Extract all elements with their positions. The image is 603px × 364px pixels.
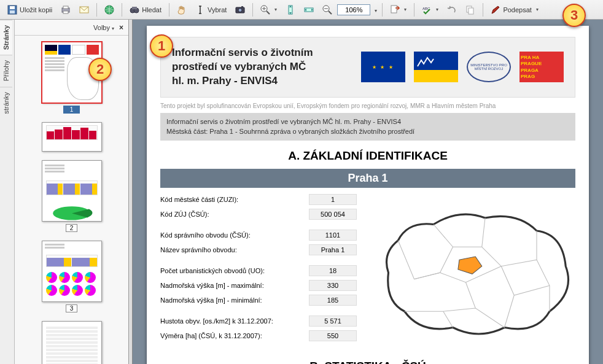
ident-value: 185 bbox=[309, 295, 357, 306]
floppy-icon bbox=[7, 5, 17, 15]
tab-layers[interactable]: stránky bbox=[0, 87, 12, 118]
save-copy-button[interactable]: Uložit kopii bbox=[4, 2, 56, 17]
fit-horizontal-button[interactable] bbox=[300, 2, 317, 17]
hand-icon bbox=[177, 5, 187, 15]
thumbnail-page-1b[interactable] bbox=[42, 122, 102, 152]
ident-value: 330 bbox=[309, 280, 357, 291]
ident-label: Hustota obyv. [os./km2] k 31.12.2007: bbox=[160, 317, 309, 325]
annotation-badge-2: 2 bbox=[88, 58, 112, 81]
ident-label: Nadmořská výška [m] - maximální: bbox=[160, 282, 309, 289]
eu-flag-icon bbox=[361, 52, 405, 82]
options-menu[interactable]: Volby bbox=[93, 24, 114, 31]
zoom-out-button[interactable] bbox=[319, 2, 336, 17]
thumbnail-number: 1 bbox=[63, 106, 80, 114]
ident-value: 18 bbox=[309, 265, 357, 276]
select-tool-button[interactable]: Vybrat bbox=[192, 2, 230, 17]
close-panel-button[interactable]: × bbox=[119, 23, 123, 32]
info-band-line-2: Městská část: Praha 1 - Souhrnná zpráva … bbox=[166, 126, 569, 137]
undo-button[interactable] bbox=[443, 2, 461, 17]
toolbar-separator bbox=[169, 3, 169, 17]
tab-pages[interactable]: Stránky bbox=[0, 20, 12, 55]
zoom-percent-input[interactable] bbox=[337, 4, 370, 15]
praha-logo-icon: PRA HA PRAGUE PRAGA PRAG bbox=[519, 52, 564, 82]
identification-table: Kód městské části (ZUZI):1Kód ZÚJ (ČSÚ):… bbox=[160, 194, 357, 345]
sidebar-tab-rail: Stránky Přílohy stránky bbox=[0, 20, 15, 364]
prague-map bbox=[369, 194, 575, 345]
identification-block: Kód městské části (ZUZI):1Kód ZÚJ (ČSÚ):… bbox=[160, 194, 575, 345]
toolbar-separator bbox=[382, 3, 383, 17]
select-label: Vybrat bbox=[208, 6, 227, 14]
document-header: Informační servis o životním prostředí v… bbox=[160, 37, 575, 98]
tab-attachments[interactable]: Přílohy bbox=[0, 55, 12, 86]
zoom-in-button[interactable] bbox=[257, 2, 281, 17]
svg-rect-5 bbox=[63, 11, 68, 14]
ident-row: Nadmořská výška [m] - maximální:330 bbox=[160, 280, 357, 291]
copy-icon bbox=[465, 5, 475, 15]
toolbar-separator bbox=[414, 3, 414, 17]
ident-value: Praha 1 bbox=[309, 244, 357, 255]
ident-row: Kód ZÚJ (ČSÚ):500 054 bbox=[160, 209, 357, 220]
fit-horizontal-icon bbox=[304, 5, 314, 15]
fit-vertical-button[interactable] bbox=[282, 2, 299, 17]
regional-flag-icon bbox=[414, 52, 458, 82]
document-title: Informační servis o životním prostředí v… bbox=[172, 46, 352, 88]
thumbnail-preview bbox=[42, 321, 102, 364]
funding-note: Tento projekt byl spolufinancován Evrops… bbox=[160, 103, 575, 109]
ident-label: Nadmořská výška [m] - minimální: bbox=[160, 296, 309, 304]
ident-label: Kód ZÚJ (ČSÚ): bbox=[160, 211, 309, 218]
export-button[interactable] bbox=[386, 2, 410, 17]
ident-row: Kód správního obvodu (ČSÚ):1101 bbox=[160, 230, 357, 241]
ident-label: Kód správního obvodu (ČSÚ): bbox=[160, 231, 309, 239]
ident-value: 5 571 bbox=[309, 316, 357, 327]
toolbar-separator bbox=[483, 3, 483, 17]
ident-row: Název správního obvodu:Praha 1 bbox=[160, 244, 357, 255]
toolbar-separator bbox=[96, 3, 97, 17]
thumbnail-number: 2 bbox=[66, 224, 78, 232]
thumbnail-list[interactable]: 1 2 3 bbox=[15, 36, 128, 364]
zoom-dropdown[interactable] bbox=[372, 4, 378, 15]
hand-tool-button[interactable] bbox=[173, 2, 190, 17]
section-a-heading: A. ZÁKLADNÍ IDENTIFIKACE bbox=[160, 149, 575, 163]
print-button[interactable] bbox=[57, 2, 74, 17]
page-export-icon bbox=[390, 5, 400, 15]
thumbnail-page-3[interactable]: 3 bbox=[42, 241, 102, 312]
pen-icon bbox=[491, 5, 500, 15]
spellcheck-button[interactable]: ABC bbox=[418, 2, 442, 17]
web-button[interactable] bbox=[101, 2, 118, 17]
copy-button[interactable] bbox=[462, 2, 479, 17]
search-label: Hledat bbox=[142, 6, 161, 14]
camera-icon bbox=[235, 5, 245, 15]
ident-row: Hustota obyv. [os./km2] k 31.12.2007:5 5… bbox=[160, 316, 357, 327]
svg-rect-4 bbox=[63, 6, 68, 9]
document-viewport[interactable]: Informační servis o životním prostředí v… bbox=[133, 20, 603, 364]
ident-value: 550 bbox=[309, 330, 357, 341]
search-button[interactable]: Hledat bbox=[126, 2, 165, 17]
zoom-in-icon bbox=[260, 5, 270, 15]
thumbnail-panel: Volby × 1 2 bbox=[15, 20, 129, 364]
ident-label: Název správního obvodu: bbox=[160, 246, 309, 254]
undo-icon bbox=[447, 5, 457, 15]
thumbnail-page-4[interactable] bbox=[42, 321, 102, 364]
save-copy-label: Uložit kopii bbox=[20, 6, 52, 14]
thumbnail-number: 3 bbox=[66, 304, 78, 312]
sign-button[interactable]: Podepsat bbox=[487, 2, 542, 17]
snapshot-button[interactable] bbox=[231, 2, 249, 17]
sign-label: Podepsat bbox=[503, 6, 531, 14]
thumbnail-page-2[interactable]: 2 bbox=[42, 160, 102, 232]
thumbnail-preview bbox=[42, 160, 102, 222]
ident-value: 500 054 bbox=[309, 209, 357, 220]
ident-label: Výměra [ha] (ČSÚ, k 31.12.2007): bbox=[160, 332, 309, 339]
mmr-badge-icon: MINISTERSTVO PRO MÍSTNÍ ROZVOJ bbox=[467, 52, 511, 82]
section-b-heading: B. STATISTIKA - ČSÚ bbox=[160, 360, 575, 364]
thumbnail-preview bbox=[42, 241, 102, 302]
ident-row: Výměra [ha] (ČSÚ, k 31.12.2007):550 bbox=[160, 330, 357, 341]
fit-vertical-icon bbox=[286, 5, 295, 15]
toolbar-separator bbox=[252, 3, 253, 17]
ident-value: 1101 bbox=[309, 230, 357, 241]
email-button[interactable] bbox=[76, 2, 93, 17]
ident-row: Nadmořská výška [m] - minimální:185 bbox=[160, 295, 357, 306]
zoom-out-icon bbox=[322, 5, 332, 15]
main-toolbar: Uložit kopii Hledat Vybrat bbox=[0, 0, 603, 20]
ident-value: 1 bbox=[309, 194, 357, 205]
toolbar-separator bbox=[122, 3, 122, 17]
